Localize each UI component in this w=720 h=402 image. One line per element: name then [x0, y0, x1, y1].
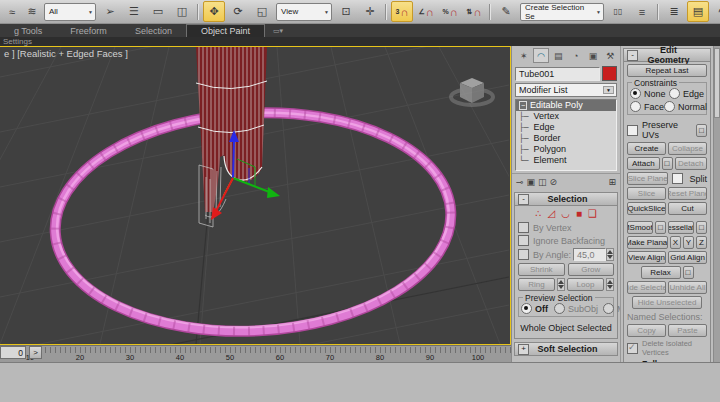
by-angle-spinner[interactable] [606, 248, 614, 261]
by-vertex-checkbox[interactable] [518, 222, 529, 233]
stack-item-element[interactable]: └─ Element [516, 155, 616, 166]
grid-align-button[interactable]: Grid Align [668, 251, 707, 264]
hide-unselected-button[interactable]: Hide Unselected [632, 296, 702, 309]
curve-editor-button[interactable]: ∿ [711, 1, 720, 22]
grow-button[interactable]: Grow [568, 263, 615, 276]
collapse-button[interactable]: Collapse [668, 142, 707, 155]
make-planar-button[interactable]: Make Planar [627, 236, 668, 249]
hide-selected-button[interactable]: Hide Selected [627, 281, 666, 294]
select-and-manipulate-button[interactable]: ✛ [359, 1, 381, 22]
constraint-face-radio[interactable] [630, 101, 641, 112]
pin-stack-icon[interactable]: ⊸ [516, 177, 524, 187]
angle-snap-button[interactable]: ∠∩ [415, 1, 437, 22]
reference-coordinate-dropdown[interactable]: View▼ [276, 3, 332, 21]
named-selection-sets-dropdown[interactable]: Create Selection Se▼ [520, 3, 604, 21]
percent-snap-button[interactable]: %∩ [439, 1, 461, 22]
make-planar-x-button[interactable]: X [670, 236, 681, 249]
relax-settings-button[interactable]: □ [683, 266, 694, 279]
quickslice-button[interactable]: QuickSlice [627, 202, 666, 215]
slice-plane-button[interactable]: Slice Plane [627, 172, 668, 185]
split-checkbox[interactable] [672, 173, 683, 184]
constraint-normal-radio[interactable] [664, 101, 675, 112]
edit-named-selection-sets-button[interactable]: ✎ [495, 1, 517, 22]
create-button[interactable]: Create [627, 142, 666, 155]
constraint-edge-radio[interactable] [669, 88, 680, 99]
relax-button[interactable]: Relax [641, 266, 681, 279]
create-tab-icon[interactable]: ✶ [516, 48, 531, 63]
loop-spinner[interactable] [606, 278, 614, 291]
mirror-button[interactable]: ▯▯ [607, 1, 629, 22]
preserve-uvs-checkbox[interactable] [627, 125, 638, 136]
loop-button[interactable]: Loop [567, 278, 604, 291]
remove-modifier-icon[interactable]: ⊘ [550, 177, 558, 187]
tessellate-settings-button[interactable]: □ [696, 221, 707, 234]
stack-item-vertex[interactable]: ├─ Vertex [516, 111, 616, 122]
utilities-tab-icon[interactable]: ⚒ [603, 48, 618, 63]
shrink-button[interactable]: Shrink [518, 263, 565, 276]
track-bar[interactable]: 10 20 30 40 50 60 70 80 90 100 [0, 345, 511, 362]
view-align-button[interactable]: View Align [627, 251, 666, 264]
modifier-list-dropdown[interactable]: Modifier List▼ [515, 83, 617, 97]
tessellate-button[interactable]: Tessellate [668, 221, 694, 234]
copy-button[interactable]: Copy [627, 324, 666, 337]
select-object-button[interactable]: ➢ [99, 1, 121, 22]
layer-manager-button[interactable]: ≣ [663, 1, 685, 22]
rectangular-selection-region-button[interactable]: ▭ [147, 1, 169, 22]
edge-subobject-icon[interactable]: ◿ [547, 208, 555, 219]
panel-scrollbar[interactable] [713, 46, 720, 362]
spinner-snap-button[interactable]: ⇅∩ [463, 1, 485, 22]
paste-button[interactable]: Paste [668, 324, 707, 337]
soft-selection-rollout-header[interactable]: + Soft Selection [515, 343, 617, 355]
ribbon-panel-settings-label[interactable]: Settings [3, 37, 32, 46]
ring-spinner[interactable] [557, 278, 565, 291]
edit-geometry-header[interactable]: - Edit Geometry [624, 49, 710, 62]
object-name-field[interactable]: Tube001 [515, 67, 600, 81]
attach-button[interactable]: Attach [627, 157, 660, 170]
ribbon-tab-freeform[interactable]: Freeform [56, 24, 121, 37]
soft-selection-tool-icon[interactable]: ≈ [3, 1, 21, 22]
ribbon-tab-object-paint[interactable]: Object Paint [186, 24, 265, 38]
element-subobject-icon[interactable]: ❑ [588, 208, 597, 219]
detach-button[interactable]: Detach [675, 157, 708, 170]
attach-settings-button[interactable]: □ [662, 157, 673, 170]
collapse-icon[interactable]: - [627, 50, 638, 61]
expand-icon[interactable]: + [518, 344, 529, 355]
show-end-result-icon[interactable]: ▣ [527, 177, 536, 187]
object-color-swatch[interactable] [602, 66, 617, 81]
vertex-subobject-icon[interactable]: ∴ [535, 208, 541, 219]
stack-item-editable-poly[interactable]: −Editable Poly [516, 100, 616, 111]
select-and-rotate-button[interactable]: ⟳ [227, 1, 249, 22]
graphite-ribbon-toggle-button[interactable]: ▤ [687, 1, 709, 22]
unhide-all-button[interactable]: Unhide All [668, 281, 707, 294]
polygon-subobject-icon[interactable]: ■ [576, 208, 582, 219]
reset-plane-button[interactable]: Reset Plane [668, 187, 707, 200]
stack-item-polygon[interactable]: ├─ Polygon [516, 144, 616, 155]
hierarchy-tab-icon[interactable]: ▤ [551, 48, 566, 63]
use-pivot-center-button[interactable]: ⊡ [335, 1, 357, 22]
stack-item-border[interactable]: ├─ Border [516, 133, 616, 144]
select-by-name-button[interactable]: ☰ [123, 1, 145, 22]
border-subobject-icon[interactable]: ◡ [561, 208, 570, 219]
cut-button[interactable]: Cut [668, 202, 707, 215]
display-tab-icon[interactable]: ▣ [585, 48, 600, 63]
preview-multi-radio[interactable] [603, 303, 614, 314]
by-angle-checkbox[interactable] [518, 249, 529, 260]
select-and-scale-button[interactable]: ◱ [251, 1, 273, 22]
collapse-icon[interactable]: - [518, 194, 529, 205]
perspective-viewport[interactable] [0, 46, 511, 345]
motion-tab-icon[interactable]: ◔ [568, 48, 583, 63]
make-planar-z-button[interactable]: Z [696, 236, 707, 249]
stack-item-edge[interactable]: ├─ Edge [516, 122, 616, 133]
constraint-none-radio[interactable] [630, 88, 641, 99]
delete-isolated-vertices-checkbox[interactable] [627, 343, 638, 354]
time-slider-handle[interactable]: 0 [0, 346, 26, 359]
ribbon-tab-modeling-tools[interactable]: g Tools [0, 24, 56, 37]
repeat-last-button[interactable]: Repeat Last [627, 64, 707, 77]
msmooth-button[interactable]: MSmooth [627, 221, 653, 234]
collapse-icon[interactable]: − [519, 101, 527, 110]
paint-deform-icon[interactable]: ≋ [23, 1, 41, 22]
by-angle-field[interactable]: 45,0 [573, 248, 606, 261]
preview-subobj-radio[interactable] [554, 303, 565, 314]
configure-modifier-sets-icon[interactable]: ⊞ [608, 177, 616, 187]
time-slider-next-button[interactable]: > [29, 346, 42, 359]
